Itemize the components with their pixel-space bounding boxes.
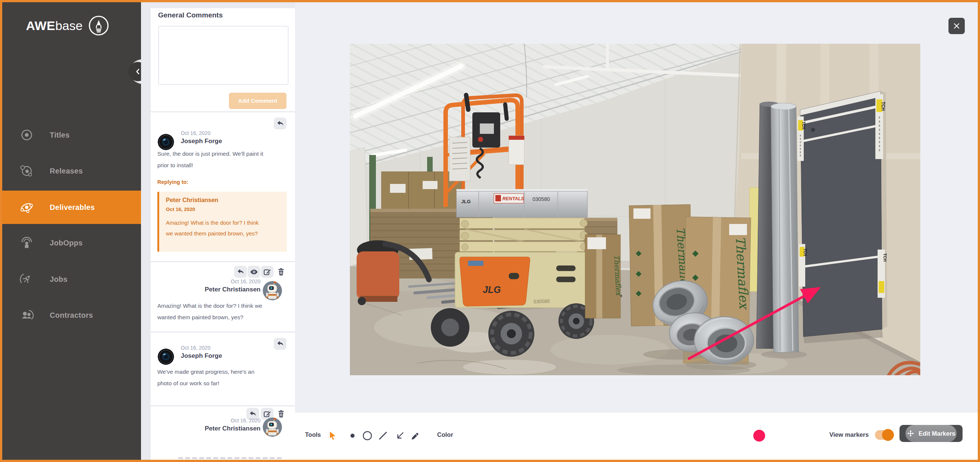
reply-button[interactable]	[234, 266, 247, 278]
jlg-chassis-logo: JLG	[483, 284, 501, 295]
quote-date: Oct 16, 2020	[166, 206, 280, 212]
app-logo: AWEbase	[26, 15, 110, 37]
body-line: Amazing! What is the door for? I think w…	[158, 300, 262, 311]
line-icon	[378, 430, 388, 441]
pencil-circle-icon	[88, 15, 110, 37]
quote-line: Amazing! What is the door for? I think	[166, 217, 280, 228]
dot-tool[interactable]	[347, 430, 358, 441]
sidebar-item-jobs[interactable]: Jobs	[2, 268, 141, 290]
trash-icon	[277, 410, 285, 418]
close-button[interactable]	[948, 18, 965, 34]
deliverables-icon	[19, 200, 34, 215]
edit-icon	[263, 410, 272, 418]
comment-date: Oct 16, 2020	[181, 130, 210, 136]
sidebar-item-contractors[interactable]: Contractors	[2, 305, 141, 326]
pencil-tool[interactable]	[409, 430, 420, 441]
body-line: wanted them painted brown, yes?	[158, 311, 262, 323]
sidebar-item-label: JobOpps	[50, 239, 83, 247]
tools-label: Tools	[305, 431, 321, 438]
serial-number-text: 030580	[533, 196, 550, 202]
logo-text-bold: AWE	[26, 19, 55, 33]
comment-author: Peter Christiansen	[205, 425, 261, 432]
comment-author: Joseph Forge	[181, 352, 222, 360]
add-comment-card: General Comments Add Comment	[151, 8, 295, 111]
eye-icon	[250, 268, 258, 276]
arrow-icon	[395, 431, 405, 440]
body-line: Sure, the door is just primed. We'll pai…	[158, 148, 263, 159]
edit-markers-button[interactable]: Edit Markers	[899, 425, 963, 442]
replying-to-label: Replying to:	[158, 179, 188, 185]
arrow-tool[interactable]	[395, 430, 406, 441]
color-label: Color	[437, 431, 453, 438]
contractors-icon	[19, 308, 34, 322]
reply-icon	[236, 268, 245, 276]
delete-button[interactable]	[276, 408, 286, 420]
color-swatch[interactable]	[753, 430, 765, 441]
delete-button[interactable]	[276, 266, 286, 278]
reply-button[interactable]	[274, 338, 286, 350]
comment-meta: Oct 16, 2020 Peter Christiansen	[205, 278, 261, 293]
move-icon	[907, 429, 915, 438]
cursor-icon	[328, 431, 338, 440]
jlg-deck-text: JLG	[461, 199, 471, 204]
comments-panel: General Comments Add Comment Oct 16, 202…	[141, 2, 295, 460]
quote-line: we wanted them painted brown, yes?	[166, 228, 280, 239]
sidebar-item-releases[interactable]: Releases	[2, 160, 141, 182]
comment-body: Amazing! What is the door for? I think w…	[158, 300, 262, 323]
reply-button[interactable]	[274, 117, 286, 129]
chevron-left-icon	[135, 68, 142, 75]
circle-tool[interactable]	[362, 430, 373, 441]
avatar	[263, 418, 282, 437]
svg-text:TCH: TCH	[803, 248, 807, 256]
sidebar-item-label: Deliverables	[50, 203, 95, 212]
comment-card: Oct 16, 2020 Joseph Forge We've made gre…	[151, 333, 295, 405]
comment-card: Oct 16, 2020 Peter Christiansen	[151, 262, 295, 332]
line-tool[interactable]	[377, 430, 388, 441]
select-tool[interactable]	[328, 430, 339, 441]
view-markers-toggle[interactable]	[875, 430, 893, 440]
body-line: photo of our work so far!	[158, 378, 255, 389]
sidebar: AWEbase Titles Re	[2, 2, 141, 460]
deliverable-photo-canvas[interactable]: JLG RENTALS 030580 JLG 030580	[350, 44, 920, 375]
body-line: We've made great progress, here's an	[158, 366, 255, 378]
quoted-comment: Peter Christiansen Oct 16, 2020 Amazing!…	[158, 192, 287, 252]
leaning-door: TCH TCH TCH TCH	[797, 91, 887, 343]
svg-text:TCH: TCH	[802, 122, 806, 129]
quote-author: Peter Christiansen	[166, 197, 280, 203]
comment-author: Joseph Forge	[181, 138, 222, 145]
comment-input[interactable]	[158, 26, 288, 84]
sidebar-item-titles[interactable]: Titles	[2, 124, 141, 146]
sidebar-item-label: Titles	[50, 131, 70, 140]
sidebar-item-label: Contractors	[50, 311, 93, 320]
sidebar-item-deliverables[interactable]: Deliverables	[2, 191, 141, 224]
panel-title: General Comments	[158, 11, 223, 19]
svg-text:TCH: TCH	[883, 253, 887, 262]
view-markers-label: View markers	[829, 431, 869, 438]
comment-card: Oct 16, 2020 Peter Christiansen	[151, 406, 295, 460]
edit-markers-label: Edit Markers	[918, 430, 955, 437]
body-line: prior to install!	[158, 159, 263, 171]
sidebar-item-label: Releases	[50, 167, 83, 175]
robot-avatar	[263, 418, 282, 437]
sidebar-item-label: Jobs	[50, 275, 68, 284]
sidebar-item-jobopps[interactable]: JobOpps	[2, 232, 141, 254]
clipped-text-sliver	[178, 457, 282, 459]
comment-meta: Oct 16, 2020 Peter Christiansen	[205, 418, 261, 432]
awebase-window: AWEbase Titles Re	[0, 0, 980, 462]
jobs-icon	[19, 272, 34, 287]
toggle-knob	[882, 429, 894, 441]
visibility-button[interactable]	[248, 266, 260, 278]
avatar	[158, 349, 174, 365]
comment-body: We've made great progress, here's an pho…	[158, 366, 255, 389]
svg-text:TCH: TCH	[881, 102, 886, 111]
jobopps-icon	[19, 235, 34, 250]
reply-icon	[276, 340, 284, 348]
titles-icon	[19, 127, 34, 142]
robot-avatar	[263, 281, 282, 300]
edit-button[interactable]	[261, 266, 274, 278]
logo-text-light: base	[55, 19, 83, 33]
circle-icon	[362, 430, 372, 441]
add-comment-button[interactable]: Add Comment	[229, 93, 286, 109]
reply-icon	[249, 410, 257, 418]
annotation-toolbar: Tools	[295, 413, 978, 460]
